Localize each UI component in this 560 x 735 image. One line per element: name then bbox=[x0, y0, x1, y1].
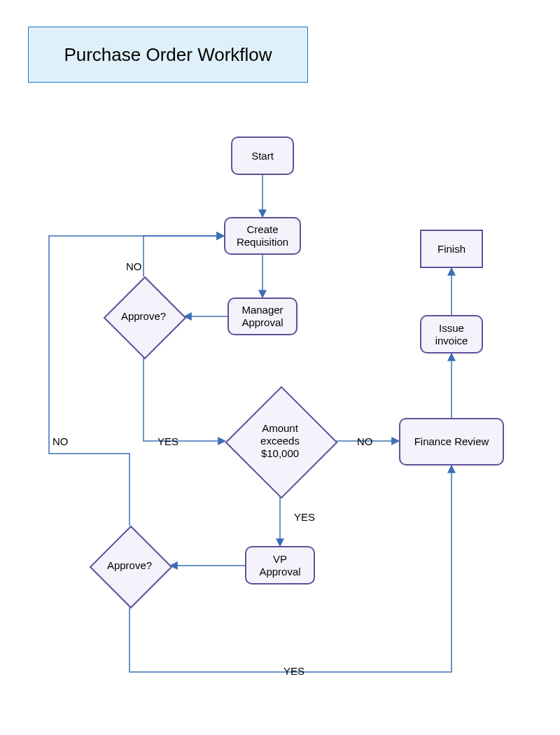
node-issue-invoice[interactable]: Issueinvoice bbox=[420, 315, 483, 354]
node-manager-approval-label: ManagerApproval bbox=[241, 304, 283, 329]
edge-label-amount-no: NO bbox=[357, 435, 373, 447]
node-create-requisition-label: CreateRequisition bbox=[237, 223, 288, 248]
arrows-layer bbox=[0, 0, 560, 735]
node-issue-invoice-label: Issueinvoice bbox=[435, 322, 468, 347]
node-approve2-label: Approve? bbox=[107, 559, 152, 572]
edge-label-approve1-yes: YES bbox=[158, 435, 178, 447]
edge-label-amount-yes: YES bbox=[294, 511, 315, 523]
edge-label-approve2-yes: YES bbox=[284, 665, 304, 677]
node-finance-review[interactable]: Finance Review bbox=[399, 418, 504, 465]
node-finish-label: Finish bbox=[438, 243, 465, 255]
node-approve1-label: Approve? bbox=[121, 310, 166, 323]
node-approve2[interactable]: Approve? bbox=[90, 526, 169, 606]
node-create-requisition[interactable]: CreateRequisition bbox=[224, 217, 301, 255]
node-start-label: Start bbox=[251, 150, 274, 162]
node-finance-review-label: Finance Review bbox=[414, 435, 489, 448]
node-amount-exceeds-label: Amountexceeds$10,000 bbox=[260, 422, 300, 460]
node-finish[interactable]: Finish bbox=[420, 230, 483, 268]
node-approve1[interactable]: Approve? bbox=[104, 276, 183, 356]
edge-label-approve2-no: NO bbox=[52, 435, 69, 447]
node-vp-approval-label: VPApproval bbox=[259, 553, 300, 578]
node-vp-approval[interactable]: VPApproval bbox=[245, 546, 315, 584]
node-start[interactable]: Start bbox=[231, 136, 294, 175]
node-manager-approval[interactable]: ManagerApproval bbox=[227, 298, 298, 335]
node-amount-exceeds[interactable]: Amountexceeds$10,000 bbox=[225, 386, 335, 496]
edge-label-approve1-no: NO bbox=[126, 260, 142, 272]
edge-approve1-no bbox=[144, 236, 224, 276]
flowchart-canvas: Purchase Order Workflow bbox=[0, 0, 560, 735]
